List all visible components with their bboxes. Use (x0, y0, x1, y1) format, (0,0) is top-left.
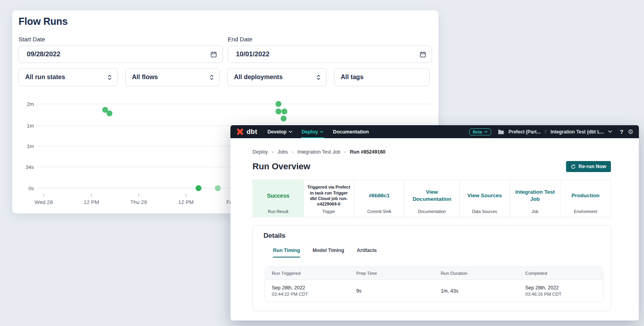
filter-deployments-value: All deployments (234, 74, 283, 81)
dbt-body: Deploy › Jobs › Integration Test Job › R… (230, 149, 639, 311)
title-row: Run Overview Re-run Now (252, 161, 611, 172)
documentation-label: Documentation (418, 209, 446, 214)
y-axis-tick-label: 1m (27, 123, 34, 129)
col-run-triggered: Run Triggered (265, 271, 350, 276)
card-job: Integration Test Job Job (510, 180, 560, 217)
breadcrumb-jobs[interactable]: Jobs (277, 149, 288, 155)
cell-run-triggered: Sep 28th, 2022 03:44:22 PM CDT (265, 285, 350, 296)
y-axis-tick-label: 2m (27, 101, 34, 107)
col-prep-time: Prep Time (350, 271, 434, 276)
flow-run-point[interactable] (215, 185, 221, 191)
chevron-down-icon (484, 131, 488, 133)
card-commit-sha: #6b86c1 Commit SHA (354, 180, 404, 217)
tab-model-timing[interactable]: Model Timing (313, 248, 344, 257)
job-link[interactable]: Integration Test Job (512, 189, 558, 202)
rerun-now-button[interactable]: Re-run Now (566, 161, 611, 172)
filter-run-states-select[interactable]: All run states (19, 68, 118, 86)
card-trigger: Triggered via Prefect in task run Trigge… (303, 180, 354, 217)
breadcrumb-deploy[interactable]: Deploy (252, 149, 268, 155)
job-label: Job (532, 209, 538, 214)
nav-documentation[interactable]: Documentation (333, 125, 369, 138)
table-header-row: Run Triggered Prep Time Run Duration Com… (265, 267, 603, 280)
refresh-icon (571, 164, 576, 169)
col-run-duration: Run Duration (434, 271, 519, 276)
cell-run-duration: 1m, 43s (434, 288, 519, 294)
dbt-logo[interactable]: dbt (236, 128, 257, 136)
x-axis-tick-label: Thu 29 (130, 199, 147, 205)
card-run-result: Success Run Result (253, 180, 303, 217)
card-data-sources: View Sources Data Sources (459, 180, 510, 217)
tab-artifacts[interactable]: Artifacts (357, 248, 377, 257)
x-axis-tick-label: 12 PM (178, 199, 193, 205)
breadcrumb-separator: › (344, 149, 346, 155)
flow-run-point[interactable] (196, 185, 202, 191)
nav-deploy[interactable]: Deploy (302, 125, 324, 138)
flow-runs-title: Flow Runs (19, 16, 432, 27)
rerun-now-label: Re-run Now (579, 164, 606, 169)
trigger-label: Trigger (322, 209, 335, 214)
chevron-down-icon (289, 131, 292, 133)
commit-sha-link[interactable]: #6b86c1 (369, 192, 390, 199)
y-axis-tick-label: 34s (26, 164, 34, 170)
y-axis-tick-label: 0s (28, 185, 34, 191)
data-sources-label: Data Sources (472, 209, 497, 214)
flow-run-point[interactable] (276, 109, 282, 115)
stepper-icon (316, 74, 321, 80)
run-timing-table: Run Triggered Prep Time Run Duration Com… (265, 267, 603, 302)
environment-link[interactable]: Production (572, 192, 599, 199)
trigger-value: Triggered via Prefect in task run Trigge… (306, 184, 351, 207)
run-summary-cards: Success Run Result Triggered via Prefect… (252, 180, 611, 217)
card-documentation: View Documentation Documentation (404, 180, 459, 217)
filter-row: All run states All flows All deployments… (19, 68, 432, 86)
filter-run-states-value: All run states (25, 74, 65, 81)
prep-time-value: 9s (356, 288, 434, 294)
filter-flows-select[interactable]: All flows (125, 68, 220, 86)
tab-run-timing[interactable]: Run Timing (273, 248, 300, 257)
end-date-label: End Date (228, 36, 432, 43)
flow-run-point[interactable] (282, 109, 288, 115)
stepper-icon (210, 74, 214, 80)
breadcrumb-job-name[interactable]: Integration Test Job (297, 149, 340, 155)
chevron-down-icon[interactable] (608, 130, 612, 133)
end-date-value: 10/01/2022 (236, 50, 269, 58)
environment-label: Environment (574, 209, 597, 214)
environment-switcher[interactable]: Integration Test (dbt L... (551, 129, 604, 135)
run-result-label: Run Result (268, 209, 288, 214)
flow-run-point[interactable] (276, 101, 282, 107)
details-title: Details (264, 232, 601, 240)
project-separator: / (545, 129, 546, 135)
start-date-input[interactable]: 09/28/2022 (19, 46, 223, 63)
filter-tags-value: All tags (341, 74, 364, 81)
breadcrumb-separator: › (272, 149, 273, 155)
nav-develop-label: Develop (267, 129, 287, 135)
nav-right-group: Beta Prefect (Part... / Integration Test… (469, 128, 633, 135)
nav-deploy-label: Deploy (302, 129, 318, 135)
stepper-icon (108, 74, 112, 80)
flow-run-point[interactable] (281, 116, 287, 122)
beta-dropdown[interactable]: Beta (469, 128, 491, 135)
filter-deployments-select[interactable]: All deployments (227, 68, 327, 86)
gear-icon[interactable]: ⚙ (628, 129, 633, 135)
view-documentation-link[interactable]: View Documentation (412, 189, 451, 202)
view-sources-link[interactable]: View Sources (467, 192, 502, 199)
nav-documentation-label: Documentation (333, 129, 369, 135)
chevron-down-icon (320, 131, 323, 133)
card-environment: Production Environment (560, 180, 611, 217)
nav-develop[interactable]: Develop (267, 125, 292, 138)
calendar-icon[interactable] (419, 51, 426, 58)
breadcrumb-separator: › (292, 149, 293, 155)
date-filter-row: Start Date 09/28/2022 End Date 10/01/202… (19, 36, 432, 63)
page-title: Run Overview (252, 161, 310, 172)
commit-sha-label: Commit SHA (367, 209, 391, 214)
folder-icon (498, 129, 504, 134)
filter-flows-value: All flows (132, 74, 158, 81)
help-icon[interactable]: ? (620, 128, 623, 135)
table-row: Sep 28th, 2022 03:44:22 PM CDT 9s 1m, 43… (265, 280, 603, 302)
project-switcher[interactable]: Prefect (Part... (509, 129, 540, 135)
end-date-input[interactable]: 10/01/2022 (228, 46, 432, 63)
filter-tags-select[interactable]: All tags (334, 68, 430, 86)
dbt-brand-text: dbt (247, 128, 257, 136)
calendar-icon[interactable] (210, 51, 217, 58)
col-completed: Completed (519, 271, 603, 276)
flow-run-point[interactable] (107, 111, 113, 117)
